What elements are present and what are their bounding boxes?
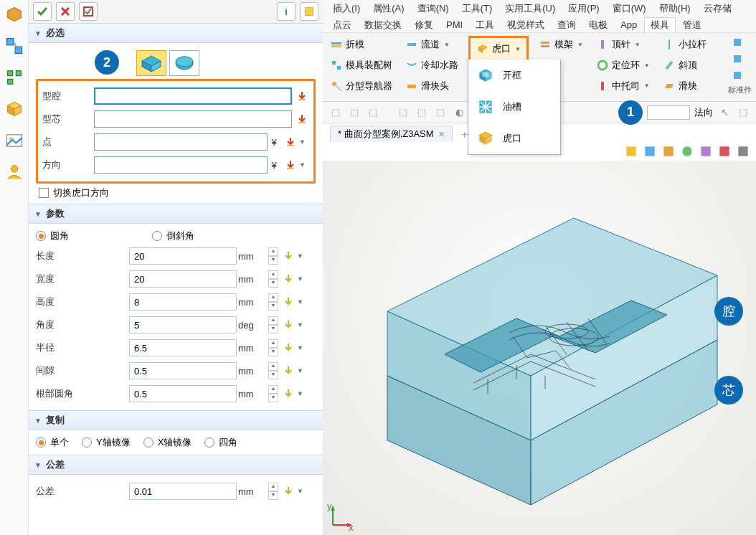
pick-cavity-icon[interactable] <box>295 89 309 103</box>
interlock-type-b[interactable] <box>169 50 199 76</box>
radio-x-mirror[interactable]: X轴镜像 <box>143 436 192 449</box>
spinner-radius[interactable]: ▲▼ <box>268 339 278 356</box>
section-required[interactable]: ▼必选 <box>29 23 323 43</box>
ok-button[interactable] <box>33 2 52 21</box>
tab-exchange[interactable]: 数据交换 <box>359 18 407 32</box>
info-button[interactable]: i <box>277 2 296 21</box>
ribbon-split-mold[interactable]: 折模 <box>327 36 395 54</box>
user-icon[interactable] <box>4 162 24 182</box>
ribbon-ejector[interactable]: 顶针▼ <box>593 36 653 54</box>
quick-icon[interactable] <box>699 144 713 158</box>
input-core[interactable] <box>94 110 292 128</box>
menu-cloud[interactable]: 云存储 <box>698 1 737 16</box>
input-gap[interactable] <box>129 362 237 379</box>
ribbon-cooling[interactable]: 冷却水路 <box>402 57 461 75</box>
interlock-type-a[interactable] <box>136 50 166 76</box>
pick-tol-icon[interactable] <box>281 484 296 498</box>
assembly-icon[interactable] <box>4 36 24 56</box>
radio-fillet[interactable]: 圆角 <box>36 229 69 242</box>
doc-tab-active[interactable]: * 曲面分型案例.Z3ASM✕ <box>330 126 453 142</box>
tab-electrode[interactable]: 电极 <box>583 18 613 32</box>
cancel-button[interactable] <box>56 2 75 21</box>
input-root-fillet[interactable] <box>129 385 237 402</box>
radio-single[interactable]: 单个 <box>36 436 69 449</box>
input-point[interactable] <box>94 133 268 151</box>
pick-length-icon[interactable] <box>281 249 296 263</box>
ribbon-assembly-tree[interactable]: 模具装配树 <box>327 57 395 75</box>
dropdown-interlock[interactable]: 虎口 <box>468 123 560 154</box>
radio-chamfer[interactable]: 倒斜角 <box>152 229 194 242</box>
pick-width-icon[interactable] <box>281 272 296 286</box>
menu-insert[interactable]: 插入(I) <box>327 1 366 16</box>
ribbon-std-c[interactable] <box>728 68 752 82</box>
ribbon-std-a[interactable] <box>728 36 752 49</box>
tab-visual[interactable]: 视觉样式 <box>501 18 550 32</box>
tb-icon4[interactable]: ⬚ <box>396 105 410 120</box>
menu-app[interactable]: 应用(P) <box>562 1 605 16</box>
radio-four-corner[interactable]: 四角 <box>204 436 237 449</box>
tab-app2[interactable]: App <box>615 19 643 31</box>
3d-viewport[interactable]: 腔 芯 x y <box>323 161 756 535</box>
input-direction[interactable] <box>94 156 268 174</box>
input-height[interactable] <box>129 293 237 311</box>
section-tolerance[interactable]: ▼公差 <box>29 455 323 475</box>
spinner-height[interactable]: ▲▼ <box>268 293 278 311</box>
tb-icon5[interactable]: ⬚ <box>415 105 429 120</box>
spinner-angle[interactable]: ▲▼ <box>268 316 278 333</box>
close-icon[interactable]: ✕ <box>438 130 445 139</box>
cursor-icon[interactable]: ↖ <box>717 105 732 120</box>
tab-pipe[interactable]: 管道 <box>677 18 707 32</box>
point-menu-caret-icon[interactable]: ▼ <box>299 138 309 146</box>
normal-selector[interactable] <box>647 105 690 120</box>
picture-icon[interactable] <box>4 131 24 151</box>
input-angle[interactable] <box>129 316 237 333</box>
section-copy[interactable]: ▼复制 <box>29 410 323 430</box>
apply-button[interactable] <box>79 2 98 21</box>
tab-mold[interactable]: 模具 <box>644 17 676 32</box>
input-radius[interactable] <box>129 339 237 356</box>
ribbon-lifter[interactable]: 斜顶 <box>660 57 709 75</box>
dir-menu-caret-icon[interactable]: ▼ <box>299 161 309 169</box>
ribbon-moldbase[interactable]: 模架▼ <box>536 36 586 54</box>
ribbon-std-b[interactable] <box>728 52 752 66</box>
tb-icon[interactable]: ⬚ <box>329 105 343 120</box>
quick-icon[interactable] <box>643 144 657 158</box>
menu-window[interactable]: 窗口(W) <box>607 1 652 16</box>
dropdown-oil-groove[interactable]: 油槽 <box>468 91 560 123</box>
section-params[interactable]: ▼参数 <box>29 204 323 224</box>
dropdown-open-frame[interactable]: 开框 <box>468 60 560 91</box>
ribbon-parting-nav[interactable]: 分型导航器 <box>327 77 395 95</box>
quick-icon[interactable] <box>624 144 638 158</box>
input-length[interactable] <box>129 247 237 265</box>
pick-gap-icon[interactable] <box>281 364 296 378</box>
tb-icon7[interactable]: ◐ <box>452 105 466 120</box>
pick-root-icon[interactable] <box>281 387 296 401</box>
ribbon-runner[interactable]: 流道▼ <box>402 36 461 54</box>
menu-help[interactable]: 帮助(H) <box>653 1 696 16</box>
tab-repair[interactable]: 修复 <box>409 18 439 32</box>
app-icon[interactable] <box>4 4 24 24</box>
menu-tools[interactable]: 工具(T) <box>456 1 499 16</box>
pick-height-icon[interactable] <box>281 295 296 309</box>
pick-radius-icon[interactable] <box>281 341 296 355</box>
pick-point-icon[interactable] <box>283 135 298 149</box>
pick-direction-icon[interactable] <box>283 158 298 172</box>
quick-icon[interactable] <box>717 144 732 158</box>
tb-right-icon[interactable]: ⬚ <box>736 105 750 120</box>
spinner-length[interactable]: ▲▼ <box>268 247 278 265</box>
ribbon-slider-head[interactable]: 滑块头 <box>402 77 461 95</box>
input-cavity[interactable] <box>94 87 292 105</box>
input-width[interactable] <box>129 270 237 288</box>
spinner-tol[interactable]: ▲▼ <box>268 483 278 500</box>
pick-angle-icon[interactable] <box>281 318 296 332</box>
input-tolerance[interactable] <box>129 483 237 500</box>
tree-icon[interactable] <box>4 67 24 87</box>
tab-query2[interactable]: 查询 <box>552 18 582 32</box>
menu-util[interactable]: 实用工具(U) <box>499 1 561 16</box>
ribbon-locate-ring[interactable]: 定位环▼ <box>593 57 653 75</box>
spinner-gap[interactable]: ▲▼ <box>268 362 278 379</box>
ribbon-interlock[interactable]: 虎口▼ <box>473 39 524 58</box>
ribbon-guide[interactable]: 中托司▼ <box>593 77 653 95</box>
spinner-width[interactable]: ▲▼ <box>268 270 278 288</box>
menu-attr[interactable]: 属性(A) <box>367 1 410 16</box>
